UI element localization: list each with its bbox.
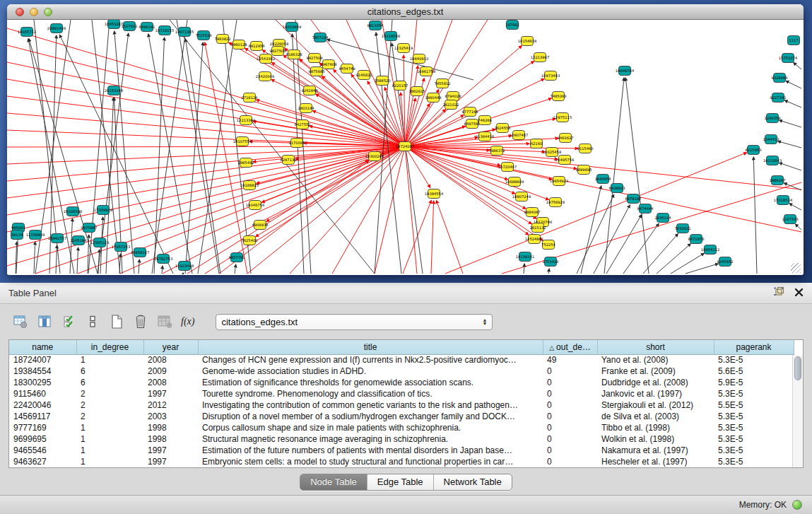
table-scrollbar[interactable] — [792, 355, 803, 467]
cell-pagerank[interactable]: 5.3E-5 — [714, 388, 794, 399]
cell-out_degree[interactable]: 0 — [543, 388, 597, 399]
graph-node[interactable]: 7625402 — [241, 236, 257, 245]
graph-node[interactable]: 8186328 — [286, 50, 302, 59]
graph-node[interactable]: 11923448 — [175, 262, 194, 271]
graph-node[interactable]: 1965492 — [237, 158, 254, 168]
cell-year[interactable]: 2008 — [143, 354, 198, 366]
graph-node[interactable]: 19166825 — [240, 181, 259, 190]
cell-out_degree[interactable]: 0 — [543, 411, 597, 422]
table-row[interactable]: 977716911998Corpus callosum shape and si… — [9, 422, 794, 433]
cell-in_degree[interactable]: 6 — [76, 377, 143, 388]
graph-node[interactable]: 16543382 — [257, 54, 275, 64]
cell-name[interactable]: 9463627 — [9, 456, 76, 467]
graph-node[interactable]: 10958107 — [131, 248, 149, 257]
graph-node[interactable]: 12213967 — [531, 53, 549, 62]
graph-node[interactable]: 9884067 — [524, 208, 540, 217]
graph-node[interactable]: 19654923 — [550, 177, 568, 186]
graph-node[interactable]: 9242848 — [301, 86, 317, 95]
graph-edge[interactable] — [7, 62, 405, 146]
graph-node[interactable]: 62160 — [531, 139, 543, 148]
graph-node[interactable]: 8471876 — [688, 235, 704, 244]
cell-pagerank[interactable]: 5.6E-5 — [714, 366, 794, 377]
graph-node[interactable]: 18807249 — [512, 192, 531, 201]
column-header-in_degree[interactable]: in_degree — [76, 340, 143, 354]
graph-node[interactable]: 17359928 — [94, 206, 112, 215]
graph-node[interactable]: 8938923 — [608, 184, 625, 193]
graph-node[interactable]: 9115460 — [577, 144, 593, 153]
graph-node[interactable]: 8960128 — [230, 40, 247, 49]
graph-node[interactable]: 9975887 — [81, 223, 97, 233]
graph-edge[interactable] — [795, 224, 801, 230]
cell-pagerank[interactable]: 5.3E-5 — [714, 433, 794, 445]
graph-node[interactable]: 10654112 — [701, 245, 719, 255]
graph-node[interactable]: 9875685 — [308, 67, 324, 76]
graph-edge[interactable] — [753, 157, 757, 274]
cell-out_degree[interactable]: 0 — [543, 445, 597, 456]
table-row[interactable]: 946362711997Embryonic stem cells: a mode… — [9, 456, 794, 467]
function-builder-icon[interactable]: f(x) — [181, 314, 194, 329]
graph-edge[interactable] — [794, 62, 801, 69]
cell-name[interactable]: 22420046 — [9, 399, 76, 411]
graph-edge[interactable] — [524, 264, 524, 274]
table-row[interactable]: 1456911722003Disruption of a novel membe… — [9, 411, 794, 422]
float-panel-icon[interactable] — [773, 286, 784, 300]
table-row[interactable]: 969969511998Structural magnetic resonanc… — [9, 433, 794, 445]
graph-node[interactable]: 9827508 — [306, 54, 322, 63]
graph-node[interactable]: 9857791 — [228, 253, 245, 262]
graph-node[interactable]: 17957253 — [112, 243, 130, 252]
graph-node[interactable]: 15751074 — [779, 54, 798, 63]
cell-title[interactable]: Corpus callosum shape and size in male p… — [198, 422, 543, 433]
cell-year[interactable]: 2003 — [143, 411, 198, 422]
graph-node[interactable]: 10653287 — [105, 20, 123, 29]
graph-node[interactable]: 7832621 — [674, 224, 690, 233]
cell-out_degree[interactable]: 0 — [543, 422, 597, 433]
graph-edge[interactable] — [7, 113, 405, 146]
graph-node[interactable]: 18640910 — [410, 54, 428, 64]
graph-node[interactable]: 14055712 — [18, 28, 36, 37]
cell-name[interactable]: 9699695 — [9, 433, 76, 445]
cell-short[interactable]: Yano et al. (2008) — [597, 354, 714, 366]
graph-node[interactable]: 1170065 — [288, 139, 305, 148]
cell-short[interactable]: Tibbo et al. (1998) — [597, 422, 714, 433]
column-header-out_degree[interactable]: △out_de… — [543, 340, 597, 354]
tab-edge-table[interactable]: Edge Table — [367, 474, 433, 490]
graph-edge[interactable] — [292, 34, 304, 274]
cell-short[interactable]: Franke et al. (2009) — [597, 366, 714, 377]
table-chooser-dropdown[interactable]: citations_edges.txt ▲▼ — [216, 314, 493, 330]
table-settings-icon[interactable] — [13, 314, 28, 329]
graph-node[interactable]: 10719155 — [155, 26, 174, 35]
graph-node[interactable]: 9777169 — [461, 107, 478, 117]
graph-node[interactable]: 6794028 — [445, 92, 461, 101]
graph-node[interactable]: 16961758 — [417, 67, 435, 76]
graph-node[interactable]: 2967608 — [320, 60, 336, 69]
table-row[interactable]: 1938455462009Genome-wide association stu… — [9, 366, 794, 377]
network-window-titlebar[interactable]: citations_edges.txt — [7, 4, 804, 20]
graph-node[interactable]: 1753426 — [542, 257, 558, 267]
graph-node[interactable]: 746266 — [478, 116, 492, 125]
graph-node[interactable]: 11156809 — [26, 230, 45, 240]
cell-pagerank[interactable]: 5.3E-5 — [714, 422, 794, 433]
cell-out_degree[interactable]: 49 — [543, 354, 597, 366]
cell-short[interactable]: Stergiakouli et al. (2012) — [597, 399, 714, 411]
cell-title[interactable]: Structural magnetic resonance image aver… — [198, 433, 543, 445]
graph-node[interactable]: 10025458 — [543, 148, 561, 157]
cell-short[interactable]: Dudbridge et al. (2008) — [597, 377, 714, 388]
graph-node[interactable]: 17016534 — [774, 196, 793, 205]
graph-edge[interactable] — [7, 96, 405, 146]
graph-node[interactable]: 7485063 — [550, 92, 566, 101]
graph-edge[interactable] — [671, 253, 704, 274]
column-header-pagerank[interactable]: pagerank — [714, 340, 794, 354]
cell-pagerank[interactable]: 5.9E-5 — [714, 377, 794, 388]
graph-node[interactable]: 6879197 — [625, 194, 641, 204]
graph-node[interactable]: 19756928 — [546, 198, 565, 207]
cell-pagerank[interactable]: 5.5E-5 — [714, 399, 794, 411]
cell-name[interactable]: 9465546 — [9, 445, 76, 456]
graph-edge[interactable] — [594, 205, 630, 274]
graph-node[interactable]: 19384554 — [425, 189, 444, 199]
cell-title[interactable]: Disruption of a novel member of a sodium… — [198, 411, 543, 422]
graph-node[interactable]: 6466161 — [139, 23, 155, 32]
import-table-icon[interactable] — [157, 314, 172, 329]
cell-title[interactable]: Estimation of the future numbers of pati… — [198, 445, 543, 456]
graph-edge[interactable] — [7, 146, 405, 147]
table-scrollbar-thumb[interactable] — [794, 356, 801, 380]
